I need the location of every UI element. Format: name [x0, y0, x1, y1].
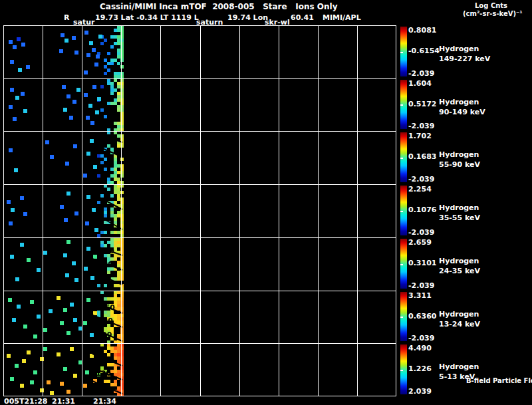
- header-value-label: 60.41: [291, 13, 314, 22]
- spectrogram-panel: [3, 25, 396, 78]
- colorbar-tick-max: 3.311: [408, 291, 432, 300]
- colorbar-tick-mid: -0.6154: [408, 47, 440, 55]
- colorbar: [400, 80, 407, 129]
- spectrogram-panel: [3, 291, 396, 343]
- energy-species-label: Hydrogen: [439, 257, 479, 265]
- spectrogram-panel: [3, 184, 396, 237]
- energy-range-label: 149-227 keV: [439, 55, 490, 63]
- energy-range-label: 90-149 keV: [439, 108, 485, 116]
- colorbar-tick-max: 2.254: [408, 185, 432, 194]
- colorbar-tick-mid: 0.3101: [408, 259, 436, 267]
- energy-species-label: Hydrogen: [439, 362, 479, 371]
- colorbar-tick-min: -2.039: [408, 334, 434, 342]
- colorbar: [400, 186, 407, 235]
- spectrogram-panel: [3, 237, 396, 291]
- colorbar: [400, 239, 407, 289]
- energy-range-label: 35-55 keV: [439, 213, 480, 222]
- energy-species-label: Hydrogen: [439, 203, 479, 212]
- page-title: Cassini/MIMI Inca mTOF 2008-005 Stare Io…: [100, 2, 337, 11]
- colorbar-tick-mid: 0.1076: [408, 205, 436, 214]
- colorbar-tick-min: -2.039: [408, 228, 434, 237]
- colorbar-tick-mid: 0.1683: [408, 152, 436, 161]
- time-tick-mid: 21:31: [52, 397, 75, 405]
- spectrogram-panel: [3, 78, 396, 131]
- colorbar-tick-mid: 1.226: [408, 364, 432, 373]
- time-tick-start: 005T21:28: [4, 397, 47, 405]
- colorbar-tick-max: 1.702: [408, 132, 432, 140]
- colorbar-title: Log Cnts: [475, 2, 507, 9]
- colorbar-tick-min: 2.039: [408, 387, 432, 396]
- energy-species-label: Hydrogen: [439, 310, 479, 319]
- energy-species-label: Hydrogen: [439, 45, 479, 53]
- colorbar-mid-tick: [400, 211, 403, 212]
- colorbar-tick-min: -2.039: [408, 281, 434, 290]
- colorbar: [400, 292, 407, 341]
- spectrogram-panel: [3, 343, 396, 396]
- energy-range-label: 24-35 keV: [439, 267, 480, 275]
- colorbar: [400, 27, 407, 76]
- colorbar-mid-tick: [400, 264, 403, 265]
- header-agency-label: MIMI/APL: [323, 13, 361, 22]
- colorbar-mid-tick: [400, 158, 403, 159]
- time-tick-end: 21:34: [93, 397, 116, 405]
- colorbar-mid-tick: [400, 317, 403, 318]
- header-r-label: R: [64, 13, 69, 22]
- colorbar-units: (cm²-sr-s-keV)⁻¹: [463, 10, 523, 17]
- colorbar-tick-min: -2.039: [408, 175, 434, 184]
- colorbar-tick-max: 4.490: [408, 344, 432, 352]
- colorbar: [400, 132, 407, 182]
- spectrogram-panel: [3, 131, 396, 184]
- colorbar-tick-max: 2.659: [408, 238, 432, 247]
- colorbar: [400, 344, 407, 394]
- energy-range-label: 55-90 keV: [439, 160, 480, 169]
- header-geo-label: 19.73 Lat -0.34 LT 1119 L: [95, 13, 199, 22]
- colorbar-mid-tick: [400, 370, 403, 371]
- energy-range-label: 13-24 keV: [439, 320, 480, 329]
- bfield-annotation: B-field Particle Flow: [466, 377, 532, 384]
- cassini-mimi-viewer: Cassini/MIMI Inca mTOF 2008-005 Stare Io…: [0, 0, 532, 405]
- colorbar-tick-mid: 0.5172: [408, 100, 436, 108]
- colorbar-tick-max: 1.604: [408, 79, 432, 88]
- colorbar-tick-mid: 0.6360: [408, 312, 436, 321]
- colorbar-mid-tick: [400, 104, 403, 106]
- header-lon-label: 19.74 Lon: [227, 13, 268, 22]
- colorbar-mid-tick: [400, 52, 403, 53]
- energy-species-label: Hydrogen: [439, 150, 479, 159]
- colorbar-tick-min: -2.039: [408, 69, 434, 78]
- energy-species-label: Hydrogen: [439, 98, 479, 106]
- colorbar-tick-min: -2.039: [408, 122, 434, 130]
- colorbar-tick-max: 0.8081: [408, 26, 436, 35]
